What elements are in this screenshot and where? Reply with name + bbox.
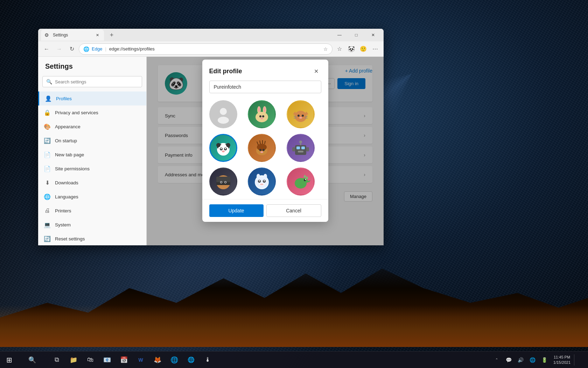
- cancel-button[interactable]: Cancel: [266, 204, 321, 217]
- store-button[interactable]: 🛍: [83, 356, 98, 363]
- taskbar-icons: ⧉ 📁 🛍 📧 📅 W 🦊 🌐 🌐 🌡: [46, 356, 218, 364]
- svg-rect-42: [301, 146, 305, 149]
- refresh-button[interactable]: ↻: [66, 43, 77, 55]
- notifications-chevron[interactable]: ⌃: [491, 354, 502, 366]
- sidebar-item-reset-label: Reset settings: [55, 236, 85, 241]
- settings-more-button[interactable]: ⋯: [370, 43, 381, 55]
- downloads-icon: ⬇: [44, 179, 51, 186]
- clock-date: 1/15/2021: [553, 360, 570, 365]
- sidebar-item-siteperm[interactable]: 📄 Site permissions: [38, 162, 146, 176]
- update-button[interactable]: Update: [209, 204, 264, 217]
- firefox-button[interactable]: 🦊: [150, 356, 165, 364]
- svg-point-64: [264, 174, 267, 179]
- close-button[interactable]: ✕: [365, 30, 381, 40]
- sidebar-item-appearance[interactable]: 🎨 Appearance: [38, 120, 146, 134]
- svg-rect-40: [295, 145, 306, 155]
- avatar-robot[interactable]: [287, 134, 315, 162]
- appearance-icon: 🎨: [44, 123, 51, 130]
- start-button[interactable]: ⊞: [0, 352, 18, 368]
- svg-point-13: [298, 115, 300, 117]
- svg-point-45: [299, 141, 302, 143]
- svg-point-6: [264, 107, 266, 112]
- minimize-button[interactable]: —: [332, 30, 347, 40]
- sidebar-item-languages[interactable]: 🌐 Languages: [38, 190, 146, 204]
- profile-name-input[interactable]: [209, 81, 321, 93]
- calendar-button[interactable]: 📅: [116, 356, 132, 364]
- horizon-glow: [0, 305, 588, 347]
- feedback-button[interactable]: 🙂: [358, 43, 369, 55]
- svg-point-8: [262, 115, 264, 117]
- svg-line-33: [257, 142, 258, 145]
- taskbar-search-icon: 🔍: [28, 356, 36, 364]
- svg-point-38: [262, 149, 265, 151]
- edge-taskbar-button[interactable]: 🌐: [183, 356, 199, 363]
- avatar-dino[interactable]: [287, 168, 315, 196]
- printers-icon: 🖨: [44, 207, 51, 214]
- svg-point-70: [305, 179, 306, 180]
- sidebar-item-printers[interactable]: 🖨 Printers: [38, 204, 146, 218]
- sidebar-item-reset[interactable]: 🔄 Reset settings: [38, 232, 146, 245]
- avatar-yeti[interactable]: [248, 168, 276, 196]
- forward-button[interactable]: →: [54, 43, 65, 55]
- privacy-icon: 🔒: [44, 109, 51, 116]
- file-explorer-button[interactable]: 📁: [66, 356, 81, 364]
- battery-icon[interactable]: 🔋: [539, 354, 550, 366]
- svg-point-62: [260, 183, 264, 185]
- new-tab-button[interactable]: +: [107, 30, 117, 40]
- sidebar-item-siteperm-label: Site permissions: [55, 166, 90, 171]
- avatar-rabbit[interactable]: [248, 100, 276, 128]
- svg-point-2: [255, 112, 268, 122]
- word-button[interactable]: W: [133, 357, 148, 363]
- window-controls: — □ ✕: [332, 30, 381, 40]
- avatar-cat[interactable]: [287, 100, 315, 128]
- back-button[interactable]: ←: [41, 43, 52, 55]
- search-settings-input[interactable]: [55, 79, 138, 84]
- favorites-icon[interactable]: ☆: [323, 46, 328, 52]
- avatar-hedgehog[interactable]: [248, 134, 276, 162]
- show-desktop-button[interactable]: [574, 354, 585, 366]
- system-icon: 💻: [44, 222, 51, 228]
- svg-marker-72: [308, 180, 310, 183]
- volume-icon[interactable]: 🔊: [515, 354, 526, 366]
- avatar-grid-scroll[interactable]: [209, 97, 321, 199]
- sidebar-item-system[interactable]: 💻 System: [38, 218, 146, 232]
- taskbar: ⊞ 🔍 ⧉ 📁 🛍 📧 📅 W 🦊 🌐 🌐 🌡 ⌃ 💬 🔊 🌐 🔋 11:45 …: [0, 351, 588, 368]
- sidebar-item-downloads[interactable]: ⬇ Downloads: [38, 176, 146, 190]
- weather-button[interactable]: 🌡: [200, 356, 216, 363]
- sidebar-item-startup[interactable]: 🔄 On startup: [38, 134, 146, 148]
- chrome-button[interactable]: 🌐: [167, 356, 182, 364]
- tab-close-btn[interactable]: ✕: [94, 32, 100, 38]
- sidebar-item-newtab[interactable]: 📄 New tab page: [38, 148, 146, 162]
- svg-point-15: [299, 117, 302, 118]
- taskbar-search-button[interactable]: 🔍: [18, 352, 46, 368]
- chat-icon[interactable]: 💬: [503, 354, 514, 366]
- search-settings-container[interactable]: 🔍: [42, 76, 142, 87]
- modal-overlay: Edit profile ✕: [147, 57, 384, 245]
- avatar-default[interactable]: [209, 100, 237, 128]
- address-separator: |: [105, 46, 106, 52]
- sidebar-item-startup-label: On startup: [55, 138, 77, 143]
- browser-tab[interactable]: ⚙ Settings ✕: [41, 29, 104, 41]
- maximize-button[interactable]: □: [349, 30, 364, 40]
- svg-point-14: [302, 115, 304, 117]
- avatar-grid: [209, 97, 320, 199]
- svg-point-26: [220, 148, 222, 149]
- profile-button[interactable]: 🐼: [346, 43, 357, 55]
- avatar-panda[interactable]: [209, 134, 237, 162]
- avatar-ninja[interactable]: [209, 168, 237, 196]
- dialog-close-button[interactable]: ✕: [312, 67, 321, 76]
- mail-button[interactable]: 📧: [99, 356, 115, 364]
- task-view-button[interactable]: ⧉: [49, 356, 64, 363]
- sidebar-item-privacy-label: Privacy and services: [55, 110, 98, 115]
- sidebar-item-profiles[interactable]: 👤 Profiles: [38, 91, 146, 105]
- sidebar-item-privacy[interactable]: 🔒 Privacy and services: [38, 105, 146, 120]
- navigation-bar: ← → ↻ 🌐 Edge | edge://settings/profiles …: [38, 41, 384, 57]
- svg-point-9: [260, 117, 263, 119]
- svg-point-30: [226, 143, 230, 147]
- taskbar-clock[interactable]: 11:45 PM 1/15/2021: [551, 355, 573, 365]
- network-icon[interactable]: 🌐: [527, 354, 538, 366]
- sidebar-item-languages-label: Languages: [55, 194, 78, 199]
- favorites-button[interactable]: ☆: [334, 43, 345, 55]
- address-bar[interactable]: 🌐 Edge | edge://settings/profiles ☆: [79, 43, 332, 55]
- clock-time: 11:45 PM: [553, 355, 570, 360]
